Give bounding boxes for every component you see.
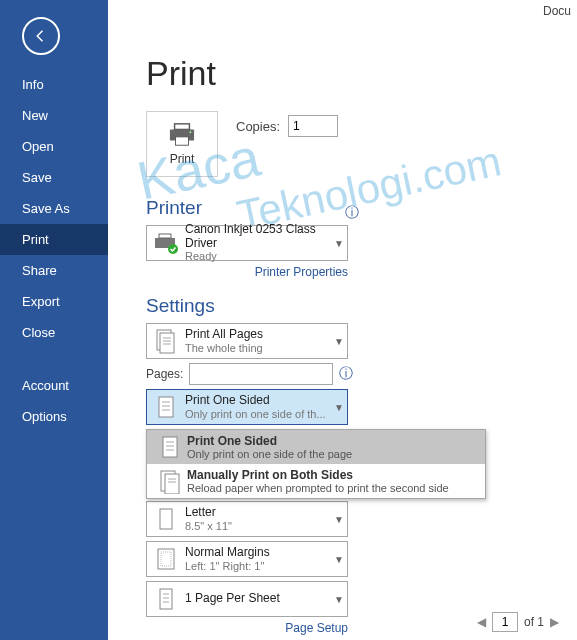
copies-label: Copies: <box>236 119 280 134</box>
sidebar-item-options[interactable]: Options <box>0 401 108 432</box>
margins-select[interactable]: Normal Margins Left: 1" Right: 1" ▼ <box>146 541 348 577</box>
backstage-sidebar: Info New Open Save Save As Print Share E… <box>0 0 108 640</box>
svg-rect-27 <box>160 589 172 609</box>
svg-point-3 <box>189 131 191 133</box>
chevron-down-icon: ▼ <box>331 336 347 347</box>
pages-label: Pages: <box>146 367 183 381</box>
printer-icon <box>167 122 197 148</box>
sidebar-item-new[interactable]: New <box>0 100 108 131</box>
sides-select[interactable]: Print One Sided Only print on one side o… <box>146 389 348 425</box>
sidebar-item-save[interactable]: Save <box>0 162 108 193</box>
page-per-sheet-icon <box>147 586 185 612</box>
print-panel: Docu Kaca Teknologi.com Print Print Copi… <box>108 0 577 640</box>
printer-heading: Printer <box>146 197 577 219</box>
pages-info-icon[interactable]: ⓘ <box>339 365 353 383</box>
page-duplex-icon <box>153 468 187 494</box>
sidebar-item-print[interactable]: Print <box>0 224 108 255</box>
sides-option-manual-both[interactable]: Manually Print on Both Sides Reload pape… <box>147 464 485 498</box>
current-page-input[interactable] <box>492 612 518 632</box>
chevron-down-icon: ▼ <box>331 594 347 605</box>
chevron-down-icon: ▼ <box>331 402 347 413</box>
sidebar-item-account[interactable]: Account <box>0 370 108 401</box>
next-page-button[interactable]: ▶ <box>550 615 559 629</box>
svg-rect-2 <box>176 137 189 145</box>
svg-rect-12 <box>159 397 173 417</box>
sidebar-item-open[interactable]: Open <box>0 131 108 162</box>
pages-input[interactable] <box>189 363 333 385</box>
printer-status-icon <box>147 232 185 254</box>
sides-option-one-sided[interactable]: Print One Sided Only print on one side o… <box>147 430 485 464</box>
arrow-left-icon <box>32 27 50 45</box>
pages-per-sheet-select[interactable]: 1 Page Per Sheet ▼ <box>146 581 348 617</box>
page-title: Print <box>146 54 577 93</box>
print-button[interactable]: Print <box>146 111 218 177</box>
sidebar-item-save-as[interactable]: Save As <box>0 193 108 224</box>
svg-rect-0 <box>175 124 190 130</box>
printer-select[interactable]: Canon Inkjet 0253 Class Driver Ready ▼ <box>146 225 348 261</box>
page-single-icon <box>153 434 187 460</box>
sides-dropdown-flyout: Print One Sided Only print on one side o… <box>146 429 486 499</box>
document-title-fragment: Docu <box>543 4 571 18</box>
chevron-down-icon: ▼ <box>331 238 347 249</box>
svg-rect-5 <box>159 234 171 238</box>
chevron-down-icon: ▼ <box>331 514 347 525</box>
sidebar-item-close[interactable]: Close <box>0 317 108 348</box>
page-single-icon <box>147 394 185 420</box>
settings-heading: Settings <box>146 295 577 317</box>
printer-status: Ready <box>185 250 331 263</box>
printer-properties-link[interactable]: Printer Properties <box>146 261 348 279</box>
sidebar-item-share[interactable]: Share <box>0 255 108 286</box>
pages-icon <box>147 328 185 354</box>
print-button-label: Print <box>170 152 195 166</box>
svg-rect-16 <box>163 437 177 457</box>
printer-info-icon[interactable]: ⓘ <box>345 204 359 222</box>
back-button[interactable] <box>22 17 60 55</box>
copies-input[interactable] <box>288 115 338 137</box>
svg-rect-21 <box>165 474 179 494</box>
margins-icon <box>147 546 185 572</box>
chevron-down-icon: ▼ <box>331 554 347 565</box>
prev-page-button[interactable]: ◀ <box>477 615 486 629</box>
page-blank-icon <box>147 506 185 532</box>
sidebar-item-info[interactable]: Info <box>0 69 108 100</box>
svg-rect-24 <box>160 509 172 529</box>
paper-size-select[interactable]: Letter 8.5" x 11" ▼ <box>146 501 348 537</box>
page-setup-link[interactable]: Page Setup <box>146 617 348 635</box>
print-pages-select[interactable]: Print All Pages The whole thing ▼ <box>146 323 348 359</box>
svg-point-6 <box>168 244 178 254</box>
svg-rect-8 <box>160 333 174 353</box>
page-count-label: of 1 <box>524 615 544 629</box>
sidebar-item-export[interactable]: Export <box>0 286 108 317</box>
page-navigator: ◀ of 1 ▶ <box>477 612 559 632</box>
printer-name: Canon Inkjet 0253 Class Driver <box>185 223 331 251</box>
